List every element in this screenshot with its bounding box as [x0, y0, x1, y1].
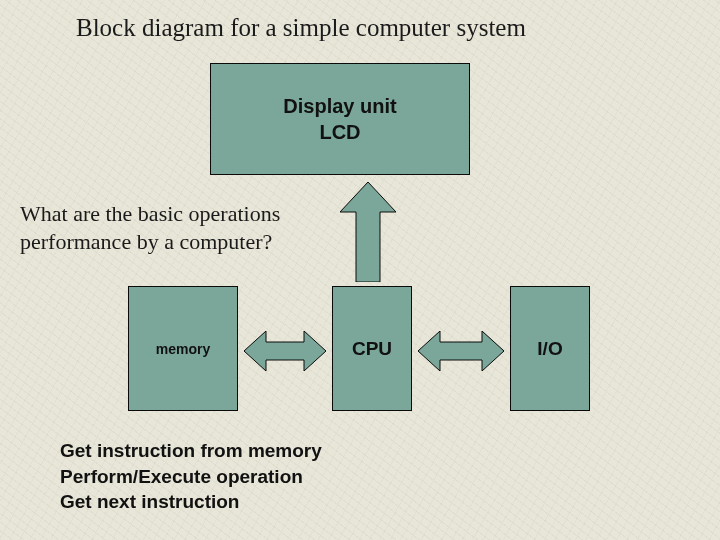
- block-display-label-1: Display unit: [283, 93, 396, 119]
- svg-marker-0: [340, 182, 396, 282]
- svg-marker-2: [418, 331, 504, 371]
- question-text: What are the basic operations performanc…: [20, 200, 310, 255]
- steps-list: Get instruction from memory Perform/Exec…: [60, 438, 322, 515]
- step-1: Get instruction from memory: [60, 438, 322, 464]
- diagram-canvas: Block diagram for a simple computer syst…: [0, 0, 720, 540]
- block-memory: memory: [128, 286, 238, 411]
- arrow-cpu-io-icon: [418, 331, 504, 371]
- block-display-label-2: LCD: [283, 119, 396, 145]
- block-memory-label: memory: [156, 341, 210, 357]
- page-title: Block diagram for a simple computer syst…: [76, 14, 526, 42]
- block-io-label: I/O: [537, 338, 562, 360]
- block-cpu: CPU: [332, 286, 412, 411]
- block-io: I/O: [510, 286, 590, 411]
- block-cpu-label: CPU: [352, 338, 392, 360]
- step-3: Get next instruction: [60, 489, 322, 515]
- arrow-cpu-to-display-icon: [340, 182, 396, 282]
- block-display: Display unit LCD: [210, 63, 470, 175]
- step-2: Perform/Execute operation: [60, 464, 322, 490]
- arrow-memory-cpu-icon: [244, 331, 326, 371]
- svg-marker-1: [244, 331, 326, 371]
